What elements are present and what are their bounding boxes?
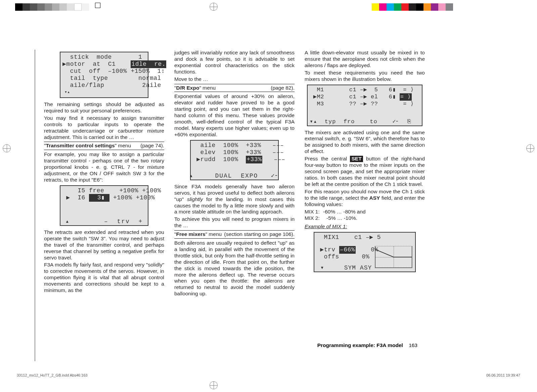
page-number: 163 xyxy=(409,342,417,348)
gutter-rule xyxy=(35,50,35,361)
column-1: stick mode 1 ▶motor at C1 idle re. cut o… xyxy=(44,50,164,298)
lcd-row: aile/flap 2aile xyxy=(60,82,148,89)
registration-crosshair-icon xyxy=(210,3,218,11)
registration-crosshair-icon xyxy=(3,144,11,152)
lcd-row: M1 c1 –▶ 5 6▮ = ⟩ xyxy=(308,87,422,94)
lcd-row: tail type normal xyxy=(60,75,148,82)
body-text: Move to the … xyxy=(174,76,295,83)
body-text: You may find it necessary to assign tran… xyxy=(44,115,164,141)
mix-label: MIX 1: xyxy=(305,209,323,215)
example-heading: Example of MIX 1: xyxy=(305,224,425,230)
registration-crosshair-icon xyxy=(210,381,218,389)
lcd-row: elev 100% +33% ––– xyxy=(191,149,278,156)
mix-value: -60% … -80% and xyxy=(323,209,366,215)
page-content: stick mode 1 ▶motor at C1 idle re. cut o… xyxy=(35,50,425,358)
lcd-selected-value: = ⟩ xyxy=(400,93,412,100)
lcd-row-selected: ▶ I6 3▮ +100% +100% xyxy=(60,194,148,201)
lcd-row: M3 ?? –▶ ?? = ⟩ xyxy=(308,101,422,108)
mix-values: MIX 1:-60% … -80% and MIX 2:-5% … -10%. xyxy=(305,209,425,222)
print-meta-timestamp: 06.06.2011 19:39:47 xyxy=(486,373,520,377)
body-text: For this reason you should now move the … xyxy=(305,189,425,208)
lcd-row-selected: ▶rudd 100% +33% ––– xyxy=(191,156,278,163)
body-text: The retracts are extended and retracted … xyxy=(44,229,164,261)
menu-page: (page 82). xyxy=(271,85,295,91)
menu-reference: "Free mixers" menu (section starting on … xyxy=(174,230,295,239)
lcd-row: MIX1 c1 –▶ 5 xyxy=(314,234,415,241)
lcd-footer-arrows: ▾▴ xyxy=(60,89,148,96)
lcd-footer: ▴ DUAL EXPO ✓╴ xyxy=(191,173,278,180)
lcd-transmitter-control: I5 free +100% +100% ▶ I6 3▮ +100% +100% … xyxy=(60,185,148,226)
body-text: To meet these requirements you need the … xyxy=(305,70,425,83)
body-text: Both ailerons are usually required to de… xyxy=(174,240,295,297)
curve-line-icon xyxy=(375,246,412,268)
menu-name: "Free mixers" menu xyxy=(174,231,222,238)
lcd-row: cut off –100% +150% 1↕ xyxy=(60,68,148,75)
lcd-row: aile 100% +33% ––– xyxy=(191,142,278,149)
lcd-footer: ▴ – trv + xyxy=(60,218,148,225)
body-text: The remaining settings should be adjuste… xyxy=(44,101,164,114)
body-text: Since F3A models generally have two aile… xyxy=(174,184,295,215)
lcd-selected-value: +33% xyxy=(246,156,262,163)
body-text: For example, you may like to assign a pa… xyxy=(44,151,164,183)
body-text: F3A models fly fairly fast, and respond … xyxy=(44,262,164,294)
print-meta-filename: 33112_mx12_HoTT_2_GB.indd Abs46:163 xyxy=(17,373,87,377)
set-button-label: SET xyxy=(350,156,363,162)
body-text: judges will invariably notice any lack o… xyxy=(174,50,295,75)
column-2: judges will invariably notice any lack o… xyxy=(174,50,295,298)
registration-swatches-left xyxy=(15,3,89,11)
crop-mark-icon xyxy=(95,3,100,8)
footer-title: Programming example: F3A model xyxy=(317,342,403,348)
lcd-row-selected: ▶M2 c1 –▶ el 6▮ = ⟩ xyxy=(308,94,422,101)
body-text: Exponential values of around +30% on ail… xyxy=(174,93,295,138)
lcd-row-selected: ▶motor at C1 idle re. xyxy=(60,61,148,68)
lcd-selected-value: 3▮ xyxy=(89,194,109,202)
lcd-free-mixers: M1 c1 –▶ 5 6▮ = ⟩ ▶M2 c1 –▶ el 6▮ = ⟩ M3… xyxy=(307,85,422,126)
lcd-row: I5 free +100% +100% xyxy=(60,187,148,194)
lcd-selected-value: –66% xyxy=(339,246,356,254)
column-3: A little down-elevator must usually be m… xyxy=(305,50,425,298)
mixer-curve-diagram xyxy=(375,246,412,268)
lcd-mix1-curve: MIX1 c1 –▶ 5 ▶trv –66% 0% offs 0% ▾ SYM … xyxy=(314,232,416,272)
menu-page: (page 74). xyxy=(140,143,164,149)
mix-value: -5% … -10%. xyxy=(326,215,357,222)
body-text: To achieve this you will need to program… xyxy=(174,216,295,229)
menu-name: "Transmitter control settings" menu xyxy=(44,143,131,149)
registration-swatches-right xyxy=(372,3,453,11)
menu-reference: "D/R Expo" menu (page 82). xyxy=(174,84,295,92)
menu-page: (section starting on page 106). xyxy=(224,231,295,238)
menu-name: "D/R Expo" menu xyxy=(174,85,216,91)
body-text: Press the central SET button of the righ… xyxy=(305,156,425,188)
lcd-row: stick mode 1 xyxy=(60,54,148,61)
lcd-dual-expo: aile 100% +33% ––– elev 100% +33% ––– ▶r… xyxy=(190,140,279,180)
body-text: The mixers are activated using one and t… xyxy=(305,130,425,155)
body-text: A little down-elevator must usually be m… xyxy=(305,50,425,69)
registration-crosshair-icon xyxy=(526,144,534,152)
mix-label: MIX 2: xyxy=(305,215,323,222)
lcd-model-settings: stick mode 1 ▶motor at C1 idle re. cut o… xyxy=(60,52,148,98)
menu-reference: "Transmitter control settings" menu (pag… xyxy=(44,142,164,150)
lcd-selected-value: idle re. xyxy=(131,60,166,68)
page-footer: Programming example: F3A model 163 xyxy=(317,342,417,348)
lcd-footer: ▾▴ typ fro to ✓╴ ⎘ xyxy=(308,118,422,126)
